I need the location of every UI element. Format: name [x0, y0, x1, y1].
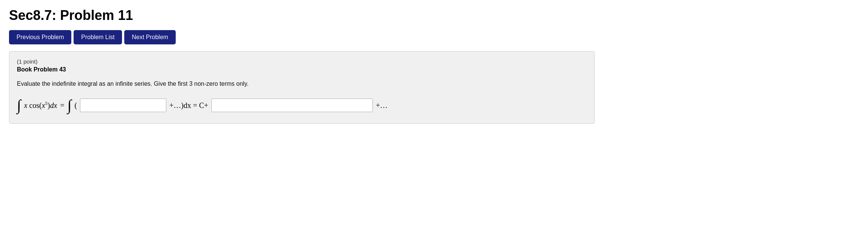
next-problem-button[interactable]: Next Problem	[124, 30, 176, 44]
integral-symbol-2: ∫	[67, 98, 71, 113]
page-title: Sec8.7: Problem 11	[9, 8, 859, 23]
problem-book-title: Book Problem 43	[17, 66, 587, 73]
nav-buttons: Previous Problem Problem List Next Probl…	[9, 30, 859, 44]
problem-points: (1 point)	[17, 58, 587, 65]
first-term-input[interactable]	[80, 99, 166, 112]
integral-symbol-1: ∫	[17, 98, 21, 113]
problem-box: (1 point) Book Problem 43 Evaluate the i…	[9, 51, 595, 124]
ellipsis-middle: +…)dx = C+	[169, 101, 208, 110]
problem-list-button[interactable]: Problem List	[74, 30, 122, 44]
open-paren: (	[74, 101, 77, 110]
equals-sign-1: =	[60, 101, 64, 110]
math-expression-1: x cos(x5)dx	[24, 101, 57, 110]
problem-description: Evaluate the indefinite integral as an i…	[17, 80, 587, 87]
ellipsis-end: +…	[376, 101, 387, 110]
second-term-input[interactable]	[211, 99, 373, 112]
previous-problem-button[interactable]: Previous Problem	[9, 30, 71, 44]
math-equation-line: ∫ x cos(x5)dx = ∫ ( +…)dx = C+ +…	[17, 98, 587, 113]
